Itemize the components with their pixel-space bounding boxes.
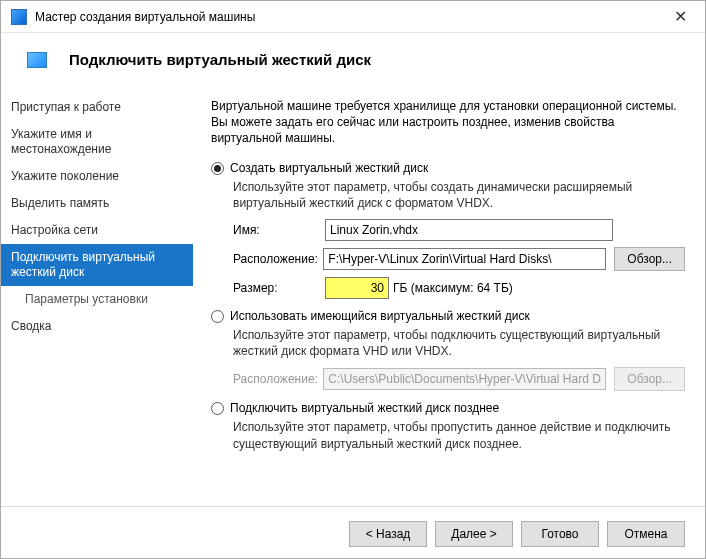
option-create-title: Создать виртуальный жесткий диск <box>230 161 428 175</box>
finish-button[interactable]: Готово <box>521 521 599 547</box>
app-icon <box>11 9 27 25</box>
size-label: Размер: <box>233 281 325 295</box>
intro-text: Виртуальной машине требуется хранилище д… <box>211 98 685 147</box>
sidebar-item-disk[interactable]: Подключить виртуальный жесткий диск <box>1 244 193 286</box>
cancel-button[interactable]: Отмена <box>607 521 685 547</box>
option-later-desc: Используйте этот параметр, чтобы пропуст… <box>233 419 685 451</box>
option-existing-desc: Используйте этот параметр, чтобы подключ… <box>233 327 685 359</box>
option-attach-later: Подключить виртуальный жесткий диск позд… <box>211 401 685 451</box>
disk-size-input[interactable] <box>325 277 389 299</box>
browse-existing-button: Обзор... <box>614 367 685 391</box>
page-header: Подключить виртуальный жесткий диск <box>1 33 705 86</box>
sidebar-item-start[interactable]: Приступая к работе <box>1 94 193 121</box>
wizard-footer: < Назад Далее > Готово Отмена <box>1 506 705 559</box>
option-create-desc: Используйте этот параметр, чтобы создать… <box>233 179 685 211</box>
existing-location-input <box>323 368 606 390</box>
sidebar-item-memory[interactable]: Выделить память <box>1 190 193 217</box>
back-button[interactable]: < Назад <box>349 521 427 547</box>
next-button[interactable]: Далее > <box>435 521 513 547</box>
location-label: Расположение: <box>233 252 323 266</box>
browse-button[interactable]: Обзор... <box>614 247 685 271</box>
disk-name-input[interactable] <box>325 219 613 241</box>
option-existing-disk: Использовать имеющийся виртуальный жестк… <box>211 309 685 391</box>
window-title: Мастер создания виртуальной машины <box>35 10 666 24</box>
option-create-disk: Создать виртуальный жесткий диск Использ… <box>211 161 685 299</box>
option-later-title: Подключить виртуальный жесткий диск позд… <box>230 401 499 415</box>
option-existing-title: Использовать имеющийся виртуальный жестк… <box>230 309 530 323</box>
existing-location-label: Расположение: <box>233 372 323 386</box>
sidebar-item-network[interactable]: Настройка сети <box>1 217 193 244</box>
close-icon[interactable]: ✕ <box>666 7 695 26</box>
sidebar-item-name[interactable]: Укажите имя и местонахождение <box>1 121 193 163</box>
radio-attach-later[interactable] <box>211 402 224 415</box>
titlebar: Мастер создания виртуальной машины ✕ <box>1 1 705 33</box>
radio-existing-disk[interactable] <box>211 310 224 323</box>
wizard-steps-sidebar: Приступая к работе Укажите имя и местона… <box>1 86 193 506</box>
name-label: Имя: <box>233 223 325 237</box>
sidebar-item-generation[interactable]: Укажите поколение <box>1 163 193 190</box>
page-title: Подключить виртуальный жесткий диск <box>69 51 371 68</box>
sidebar-item-install[interactable]: Параметры установки <box>1 286 193 313</box>
header-icon <box>27 52 47 68</box>
size-unit: ГБ (максимум: 64 ТБ) <box>393 281 513 295</box>
content-area: Виртуальной машине требуется хранилище д… <box>193 86 705 506</box>
disk-location-input[interactable] <box>323 248 606 270</box>
radio-create-disk[interactable] <box>211 162 224 175</box>
sidebar-item-summary[interactable]: Сводка <box>1 313 193 340</box>
